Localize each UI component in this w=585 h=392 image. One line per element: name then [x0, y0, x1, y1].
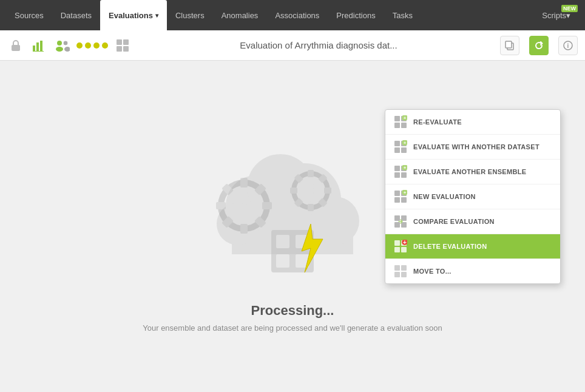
- svg-rect-38: [324, 188, 331, 194]
- svg-rect-87: [401, 272, 407, 277]
- svg-text:i: i: [567, 42, 569, 49]
- svg-rect-12: [123, 46, 129, 52]
- svg-rect-50: [394, 116, 400, 121]
- new-evaluation-label: NEW EVALUATION: [413, 193, 476, 200]
- dataset-icon: [114, 37, 131, 54]
- svg-rect-74: [394, 215, 400, 221]
- svg-point-25: [234, 196, 254, 215]
- move-to-label: MOVE TO...: [413, 268, 451, 275]
- svg-rect-81: [401, 247, 407, 252]
- processing-title: Processing...: [251, 303, 334, 319]
- svg-text:+: +: [403, 240, 407, 246]
- svg-rect-45: [276, 235, 289, 248]
- dropdown-evaluate-another-ensemble[interactable]: + EVALUATE ANOTHER ENSEMBLE: [385, 160, 560, 184]
- nav-associations[interactable]: Associations: [266, 0, 328, 30]
- info-icon[interactable]: i: [558, 36, 578, 55]
- nav-tasks[interactable]: Tasks: [384, 0, 421, 30]
- svg-rect-10: [123, 39, 129, 45]
- svg-point-35: [304, 184, 317, 197]
- svg-rect-68: [394, 191, 400, 196]
- svg-rect-65: [401, 172, 407, 178]
- svg-text:+: +: [404, 165, 407, 171]
- svg-rect-39: [290, 188, 297, 194]
- nav-predictions[interactable]: Predictions: [328, 0, 384, 30]
- svg-rect-11: [117, 46, 122, 52]
- dropdown-evaluate-another-dataset[interactable]: + EVALUATE WITH ANOTHER DATASET: [385, 135, 560, 160]
- svg-rect-59: [401, 147, 407, 153]
- lock-icon[interactable]: [7, 37, 24, 54]
- svg-rect-28: [262, 202, 272, 209]
- svg-rect-52: [394, 123, 400, 128]
- nav-anomalies[interactable]: Anomalies: [213, 0, 267, 30]
- svg-rect-47: [276, 254, 289, 268]
- svg-rect-29: [216, 202, 226, 209]
- svg-rect-37: [308, 204, 314, 211]
- svg-rect-9: [117, 39, 122, 45]
- evaluate-another-ensemble-label: EVALUATE ANOTHER ENSEMBLE: [413, 168, 526, 175]
- svg-point-7: [63, 41, 68, 46]
- svg-point-8: [64, 47, 70, 52]
- svg-rect-77: [401, 222, 407, 228]
- svg-rect-36: [308, 170, 314, 177]
- nav-datasets[interactable]: Datasets: [52, 0, 100, 30]
- svg-rect-2: [36, 42, 39, 51]
- svg-rect-78: [394, 240, 400, 246]
- processing-subtitle: Your ensemble and dataset are being proc…: [143, 323, 442, 333]
- dropdown-re-evaluate[interactable]: + RE-EVALUATE: [385, 110, 560, 135]
- svg-rect-76: [394, 222, 400, 228]
- chart-icon[interactable]: [30, 37, 47, 54]
- svg-rect-56: [394, 141, 400, 146]
- re-evaluate-label: RE-EVALUATE: [413, 118, 462, 126]
- svg-rect-53: [401, 123, 407, 128]
- refresh-icon[interactable]: [529, 36, 549, 55]
- svg-rect-71: [401, 197, 407, 203]
- copy-icon[interactable]: [500, 36, 519, 55]
- dropdown-new-evaluation[interactable]: + NEW EVALUATION: [385, 184, 560, 209]
- nav-evaluations[interactable]: Evaluations ▾: [100, 0, 167, 30]
- svg-rect-26: [240, 178, 248, 188]
- svg-rect-64: [394, 172, 400, 178]
- svg-rect-27: [240, 224, 248, 234]
- delete-evaluation-label: DELETE EVALUATION: [413, 243, 487, 250]
- svg-rect-4: [33, 51, 44, 52]
- svg-text:+: +: [404, 190, 407, 195]
- toolbar-title: Evaluation of Arrythmia diagnosis dat...: [143, 40, 494, 50]
- svg-rect-1: [33, 46, 35, 51]
- nav-scripts[interactable]: Scripts ▾ NEW: [533, 0, 579, 30]
- evaluate-another-dataset-label: EVALUATE WITH ANOTHER DATASET: [413, 143, 539, 150]
- svg-text:+: +: [404, 115, 407, 121]
- svg-rect-62: [394, 166, 400, 171]
- svg-rect-80: [394, 247, 400, 252]
- svg-rect-86: [394, 272, 400, 277]
- nav-sources[interactable]: Sources: [6, 0, 52, 30]
- progress-dots: [76, 42, 108, 49]
- svg-rect-84: [394, 265, 400, 271]
- nav-evaluations-arrow: ▾: [155, 12, 158, 19]
- dropdown-compare-evaluation[interactable]: COMPARE EVALUATION: [385, 209, 560, 234]
- dropdown-delete-evaluation[interactable]: + DELETE EVALUATION: [385, 234, 560, 259]
- svg-rect-0: [12, 45, 20, 51]
- svg-rect-14: [506, 41, 512, 48]
- svg-rect-85: [401, 265, 407, 271]
- svg-rect-70: [394, 197, 400, 203]
- svg-rect-58: [394, 147, 400, 153]
- toolbar: Evaluation of Arrythmia diagnosis dat...…: [0, 30, 585, 61]
- people-icon[interactable]: [53, 37, 70, 54]
- compare-evaluation-label: COMPARE EVALUATION: [413, 218, 495, 225]
- svg-point-5: [57, 41, 62, 46]
- dropdown-move-to[interactable]: MOVE TO...: [385, 259, 560, 283]
- svg-text:+: +: [404, 140, 407, 146]
- top-nav: Sources Datasets Evaluations ▾ Clusters …: [0, 0, 585, 30]
- processing-illustration: [208, 121, 377, 291]
- svg-point-6: [56, 47, 63, 52]
- dropdown-menu: + RE-EVALUATE + EVALUATE WITH ANOTHER DA…: [385, 109, 561, 284]
- new-badge: NEW: [561, 5, 578, 12]
- main-content: Processing... Your ensemble and dataset …: [0, 61, 585, 392]
- svg-rect-3: [40, 41, 42, 51]
- nav-clusters[interactable]: Clusters: [167, 0, 213, 30]
- svg-rect-75: [401, 215, 407, 221]
